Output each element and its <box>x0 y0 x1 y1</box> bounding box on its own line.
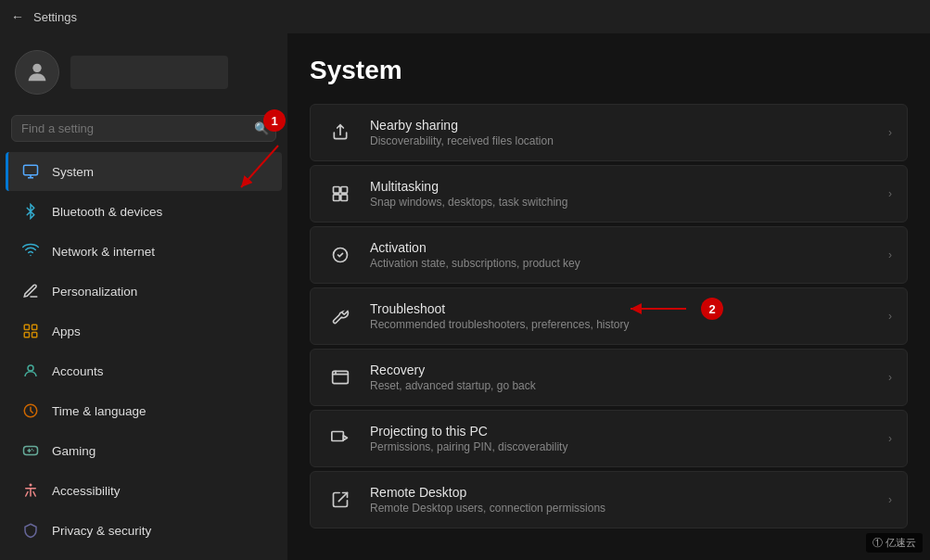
nav-label-privacy: Privacy & security <box>52 524 151 538</box>
settings-title-recovery: Recovery <box>370 363 536 377</box>
chevron-icon-projecting: › <box>888 432 892 445</box>
settings-title-projecting: Projecting to this PC <box>370 424 567 439</box>
chevron-icon-troubleshoot: › <box>888 310 892 323</box>
user-profile[interactable] <box>0 41 287 104</box>
nav-icon-bluetooth <box>20 201 41 222</box>
settings-title-multitasking: Multitasking <box>370 179 567 194</box>
settings-icon-remote-desktop <box>325 485 355 515</box>
nav-label-gaming: Gaming <box>52 444 96 458</box>
nav-icon-system <box>20 161 41 182</box>
sidebar-item-apps[interactable]: Apps <box>6 312 282 350</box>
nav-label-time: Time & language <box>52 404 147 418</box>
chevron-icon-remote-desktop: › <box>888 493 892 506</box>
user-name-box <box>70 56 228 89</box>
svg-rect-1 <box>24 165 38 175</box>
settings-icon-multitasking <box>325 179 355 209</box>
settings-icon-troubleshoot <box>325 301 355 331</box>
sidebar: 🔍 1 System Bluetooth & devices Network &… <box>0 33 287 560</box>
nav-icon-accessibility <box>20 480 41 501</box>
nav-list: System Bluetooth & devices Network & int… <box>0 151 287 551</box>
content-area: System Nearby sharing Discoverability, r… <box>287 33 930 560</box>
settings-text-nearby-sharing: Nearby sharing Discoverability, received… <box>370 118 554 147</box>
settings-icon-activation <box>325 240 355 270</box>
settings-desc-activation: Activation state, subscriptions, product… <box>370 257 580 270</box>
nav-icon-personalization <box>20 281 41 301</box>
nav-icon-network <box>20 241 41 261</box>
nav-icon-time <box>20 401 41 421</box>
settings-text-recovery: Recovery Reset, advanced startup, go bac… <box>370 363 536 392</box>
sidebar-item-gaming[interactable]: Gaming <box>6 431 282 470</box>
settings-text-activation: Activation Activation state, subscriptio… <box>370 240 580 270</box>
settings-desc-recovery: Reset, advanced startup, go back <box>370 379 536 392</box>
chevron-icon-recovery: › <box>888 371 892 384</box>
search-box: 🔍 1 <box>11 115 276 142</box>
nav-icon-privacy <box>20 520 41 541</box>
settings-item-recovery[interactable]: Recovery Reset, advanced startup, go bac… <box>310 349 908 406</box>
svg-rect-16 <box>332 432 344 441</box>
settings-title-nearby-sharing: Nearby sharing <box>370 118 554 133</box>
settings-item-troubleshoot[interactable]: Troubleshoot Recommended troubleshooters… <box>310 287 908 345</box>
settings-icon-nearby-sharing <box>325 118 355 147</box>
svg-rect-13 <box>341 195 348 201</box>
search-input[interactable] <box>11 115 276 142</box>
chevron-icon-nearby-sharing: › <box>888 126 892 139</box>
sidebar-item-personalization[interactable]: Personalization <box>6 272 282 311</box>
svg-rect-15 <box>333 371 349 383</box>
sidebar-item-bluetooth[interactable]: Bluetooth & devices <box>6 192 282 231</box>
app-title: Settings <box>33 10 77 24</box>
svg-rect-10 <box>334 187 340 194</box>
svg-rect-2 <box>24 325 29 329</box>
settings-desc-projecting: Permissions, pairing PIN, discoverabilit… <box>370 440 567 453</box>
sidebar-item-system[interactable]: System <box>6 152 282 191</box>
nav-label-network: Network & internet <box>52 245 155 259</box>
nav-label-bluetooth: Bluetooth & devices <box>52 205 162 219</box>
svg-rect-11 <box>341 187 348 194</box>
back-button[interactable]: ← <box>11 9 24 24</box>
settings-text-troubleshoot: Troubleshoot Recommended troubleshooters… <box>370 301 629 331</box>
sidebar-item-accounts[interactable]: Accounts <box>6 351 282 390</box>
settings-title-troubleshoot: Troubleshoot <box>370 301 629 316</box>
main-layout: 🔍 1 System Bluetooth & devices Network &… <box>0 33 930 560</box>
settings-item-multitasking[interactable]: Multitasking Snap windows, desktops, tas… <box>310 165 908 223</box>
nav-icon-gaming <box>20 440 41 461</box>
nav-icon-apps <box>20 321 41 341</box>
chevron-icon-multitasking: › <box>888 187 892 200</box>
nav-label-accessibility: Accessibility <box>52 484 121 498</box>
nav-label-accounts: Accounts <box>52 364 104 378</box>
svg-rect-4 <box>24 333 29 337</box>
settings-icon-recovery <box>325 363 355 392</box>
page-title: System <box>310 56 908 85</box>
chevron-icon-activation: › <box>888 248 892 261</box>
settings-icon-projecting <box>325 424 355 453</box>
settings-item-remote-desktop[interactable]: Remote Desktop Remote Desktop users, con… <box>310 471 908 528</box>
avatar <box>15 50 59 95</box>
svg-rect-5 <box>32 333 37 337</box>
svg-point-6 <box>28 365 33 371</box>
sidebar-item-privacy[interactable]: Privacy & security <box>6 511 282 550</box>
svg-point-9 <box>30 484 32 487</box>
settings-text-projecting: Projecting to this PC Permissions, pairi… <box>370 424 567 453</box>
search-icon: 🔍 <box>254 121 269 135</box>
settings-text-multitasking: Multitasking Snap windows, desktops, tas… <box>370 179 567 209</box>
title-bar: ← Settings <box>0 0 930 33</box>
nav-icon-accounts <box>20 361 41 381</box>
sidebar-item-network[interactable]: Network & internet <box>6 232 282 271</box>
sidebar-item-time[interactable]: Time & language <box>6 391 282 430</box>
settings-title-remote-desktop: Remote Desktop <box>370 485 605 500</box>
settings-item-projecting[interactable]: Projecting to this PC Permissions, pairi… <box>310 410 908 467</box>
settings-desc-remote-desktop: Remote Desktop users, connection permiss… <box>370 502 605 515</box>
settings-item-activation[interactable]: Activation Activation state, subscriptio… <box>310 226 908 284</box>
svg-point-0 <box>32 64 41 72</box>
sidebar-item-accessibility[interactable]: Accessibility <box>6 471 282 510</box>
settings-desc-troubleshoot: Recommended troubleshooters, preferences… <box>370 318 629 331</box>
settings-text-remote-desktop: Remote Desktop Remote Desktop users, con… <box>370 485 605 515</box>
svg-rect-3 <box>32 325 37 329</box>
nav-label-system: System <box>52 165 94 179</box>
svg-rect-12 <box>334 195 340 201</box>
settings-list: Nearby sharing Discoverability, received… <box>310 104 908 530</box>
settings-item-nearby-sharing[interactable]: Nearby sharing Discoverability, received… <box>310 104 908 161</box>
settings-title-activation: Activation <box>370 240 580 255</box>
nav-label-apps: Apps <box>52 325 81 338</box>
nav-label-personalization: Personalization <box>52 285 137 299</box>
watermark: ① 亿速云 <box>866 533 923 553</box>
